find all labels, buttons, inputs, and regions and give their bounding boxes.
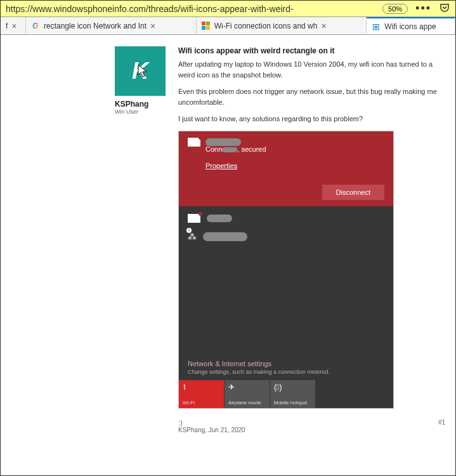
zoom-badge[interactable]: 50% bbox=[382, 4, 408, 14]
tab-google-search[interactable]: G rectangle icon Network and Int × bbox=[26, 17, 197, 34]
windows-icon: ⊞ bbox=[372, 22, 381, 31]
tile-wifi[interactable]: ⌇ Wi-Fi bbox=[179, 380, 225, 408]
tab-microsoft[interactable]: Wi-Fi connection icons and wh × bbox=[197, 17, 367, 34]
username[interactable]: KSPhang bbox=[115, 100, 178, 109]
page-content: K KSPhang Win User Wifi icons appear wit… bbox=[1, 35, 455, 475]
url-bar[interactable]: https://www.windowsphoneinfo.com/threads… bbox=[1, 1, 455, 17]
google-icon: G bbox=[31, 22, 40, 30]
close-icon[interactable]: × bbox=[321, 21, 326, 31]
wifi-flyout-list: ⁂ bbox=[179, 206, 393, 258]
redacted-ssid bbox=[207, 215, 232, 222]
user-column: K KSPhang Win User bbox=[115, 35, 178, 475]
user-title: Win User bbox=[115, 109, 178, 115]
post-paragraph: I just want to know, any solutions regar… bbox=[178, 114, 449, 124]
weird-wifi-icon bbox=[188, 214, 200, 223]
post-paragraph: After updating my laptop to Windows 10 V… bbox=[178, 59, 449, 80]
wifi-flyout-active: Conn, secured Properties Disconnect bbox=[179, 131, 393, 206]
tile-hotspot[interactable]: (ﾟ) Mobile hotspot bbox=[270, 380, 316, 408]
tab-truncated[interactable]: f × bbox=[1, 17, 26, 34]
pocket-icon[interactable] bbox=[439, 2, 450, 16]
connection-status: Conn, secured bbox=[205, 145, 384, 153]
hotspot-icon: (ﾟ) bbox=[274, 383, 311, 392]
properties-link[interactable]: Properties bbox=[205, 162, 237, 169]
quick-action-tiles: ⌇ Wi-Fi ✈ Airplane mode (ﾟ) Mobile hotsp… bbox=[179, 380, 393, 408]
post-smiley: :) bbox=[178, 419, 245, 426]
close-icon[interactable]: × bbox=[150, 21, 155, 31]
close-icon[interactable]: × bbox=[11, 21, 16, 31]
wifi-warning-icon: ⁂ bbox=[188, 232, 197, 242]
tab-strip: f × G rectangle icon Network and Int × W… bbox=[1, 17, 455, 35]
post-number[interactable]: #1 bbox=[438, 419, 445, 433]
avatar[interactable]: K bbox=[115, 46, 166, 96]
post-paragraph: Even this problem does not trigger any n… bbox=[178, 86, 449, 107]
cursor-icon bbox=[138, 64, 149, 78]
embedded-screenshot[interactable]: Conn, secured Properties Disconnect ⁂ Ne… bbox=[178, 131, 394, 409]
disconnect-button[interactable]: Disconnect bbox=[322, 185, 384, 200]
airplane-icon: ✈ bbox=[228, 383, 266, 392]
url-text[interactable]: https://www.windowsphoneinfo.com/threads… bbox=[6, 4, 377, 14]
post-footer-meta[interactable]: KSPhang, Jun 21, 2020 bbox=[178, 426, 245, 433]
tab-wifi-icons[interactable]: ⊞ Wifi icons appe bbox=[367, 17, 455, 34]
post-body: After updating my laptop to Windows 10 V… bbox=[178, 59, 449, 124]
redacted-ssid bbox=[203, 232, 247, 241]
network-settings-sub: Change settings, such as making a connec… bbox=[179, 367, 393, 380]
microsoft-icon bbox=[202, 22, 211, 30]
post-title: Wifi icons appear with weird rectangle o… bbox=[178, 46, 449, 55]
tile-airplane[interactable]: ✈ Airplane mode bbox=[225, 380, 270, 408]
wifi-icon: ⌇ bbox=[183, 383, 220, 392]
menu-dots-icon[interactable]: ••• bbox=[415, 2, 431, 15]
post-column: Wifi icons appear with weird rectangle o… bbox=[178, 35, 455, 475]
network-settings-link[interactable]: Network & Internet settings bbox=[179, 360, 393, 367]
weird-wifi-icon bbox=[188, 138, 200, 147]
